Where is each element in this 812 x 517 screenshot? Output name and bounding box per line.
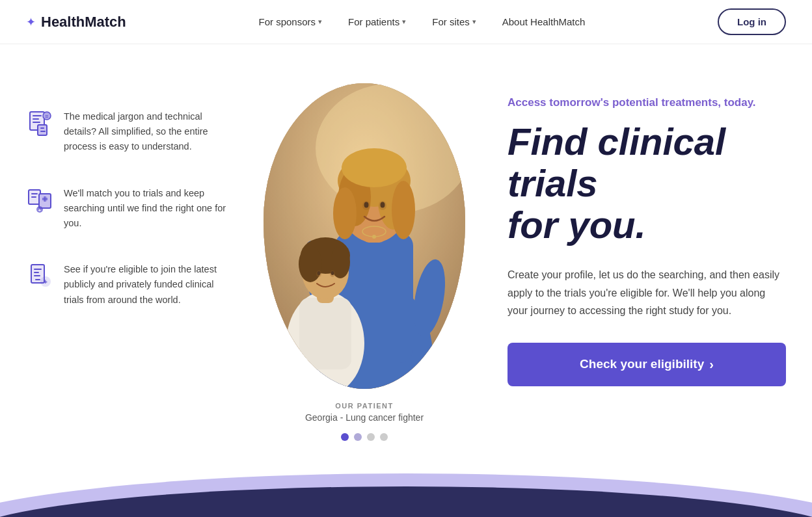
- chevron-down-icon: ▾: [318, 18, 322, 26]
- carousel-dot-4[interactable]: [380, 433, 388, 441]
- feature-eligible: + See if you're eligible to join the lat…: [26, 262, 234, 308]
- carousel-dot-1[interactable]: [341, 433, 349, 441]
- nav-about[interactable]: About HealthMatch: [492, 11, 596, 33]
- svg-text:≡: ≡: [45, 113, 48, 120]
- nav-links: For sponsors ▾ For patients ▾ For sites …: [248, 11, 595, 33]
- match-icon: +: [26, 186, 53, 213]
- nav-right: Log in: [718, 8, 786, 35]
- nav-for-patients[interactable]: For patients ▾: [338, 11, 416, 33]
- svg-text:+: +: [44, 278, 47, 285]
- center-image-area: OUR PATIENT Georgia - Lung cancer fighte…: [260, 83, 468, 441]
- feature-simplify: ≡ The medical jargon and technical detai…: [26, 109, 234, 155]
- svg-rect-5: [40, 127, 44, 129]
- right-panel: Access tomorrow's potential treatments, …: [494, 83, 786, 386]
- svg-rect-2: [33, 118, 39, 120]
- carousel-dot-3[interactable]: [367, 433, 375, 441]
- feature-eligible-text: See if you're eligible to join the lates…: [64, 262, 234, 308]
- left-panel: ≡ The medical jargon and technical detai…: [26, 83, 234, 339]
- eligible-icon: +: [26, 262, 53, 289]
- chevron-down-icon: ▾: [402, 18, 406, 26]
- nav-for-sites[interactable]: For sites ▾: [422, 11, 487, 33]
- hero-headline: Find clinical trials for you.: [508, 121, 786, 245]
- svg-rect-10: [31, 193, 38, 194]
- hero-body: Create your profile, let us do the searc…: [508, 266, 786, 319]
- cta-label: Check your eligibility: [580, 357, 704, 371]
- logo-icon: ✦: [26, 15, 36, 29]
- hero-accent: Access tomorrow's potential treatments, …: [508, 96, 786, 109]
- login-button[interactable]: Log in: [718, 8, 786, 35]
- bottom-section: [0, 473, 812, 517]
- chevron-right-icon: ›: [709, 357, 714, 372]
- feature-simplify-text: The medical jargon and technical details…: [64, 109, 234, 155]
- patient-image: [264, 83, 465, 389]
- chevron-down-icon: ▾: [472, 18, 476, 26]
- check-eligibility-button[interactable]: Check your eligibility ›: [508, 343, 786, 386]
- svg-rect-1: [33, 115, 42, 116]
- main-content: ≡ The medical jargon and technical detai…: [0, 44, 812, 473]
- svg-rect-57: [264, 83, 465, 389]
- svg-rect-3: [33, 122, 40, 123]
- carousel-dots: [341, 433, 388, 441]
- feature-match: + We'll match you to trials and keep sea…: [26, 186, 234, 232]
- svg-rect-6: [40, 131, 46, 132]
- svg-rect-19: [34, 269, 42, 270]
- logo-link[interactable]: ✦ HealthMatch: [26, 14, 126, 31]
- svg-rect-20: [34, 272, 39, 273]
- svg-rect-4: [38, 125, 47, 135]
- svg-text:+: +: [38, 207, 42, 213]
- logo-text: HealthMatch: [41, 14, 126, 31]
- simplify-icon: ≡: [26, 109, 53, 137]
- patient-label-bottom: Georgia - Lung cancer fighter: [305, 412, 424, 423]
- patient-label: OUR PATIENT Georgia - Lung cancer fighte…: [305, 402, 424, 423]
- patient-label-top: OUR PATIENT: [305, 402, 424, 410]
- svg-rect-11: [31, 196, 36, 198]
- svg-rect-21: [34, 275, 40, 276]
- carousel-dot-2[interactable]: [354, 433, 362, 441]
- navigation: ✦ HealthMatch For sponsors ▾ For patient…: [0, 0, 812, 44]
- svg-rect-22: [35, 279, 40, 280]
- nav-for-sponsors[interactable]: For sponsors ▾: [248, 11, 332, 33]
- feature-match-text: We'll match you to trials and keep searc…: [64, 186, 234, 232]
